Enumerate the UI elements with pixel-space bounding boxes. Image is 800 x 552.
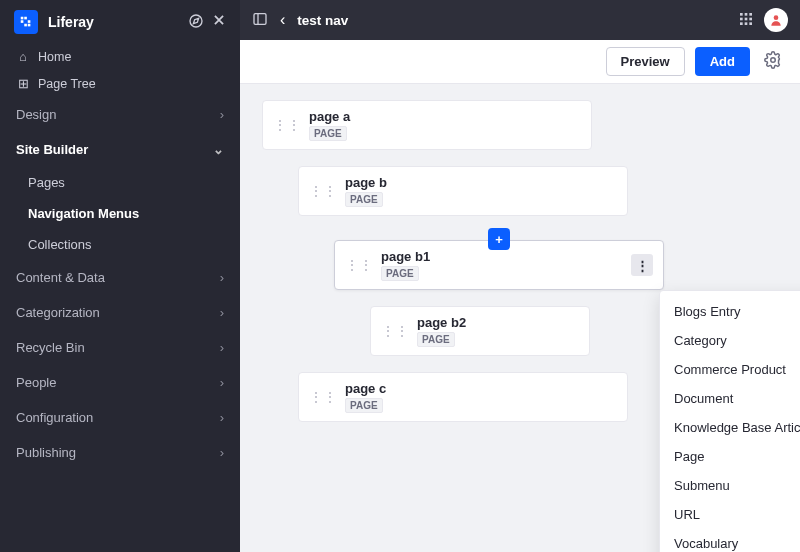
chevron-right-icon: › xyxy=(220,305,224,320)
node-type-badge: PAGE xyxy=(345,398,383,413)
section-label: Configuration xyxy=(16,410,93,425)
svg-rect-2 xyxy=(21,20,24,23)
type-option-knowledge-base-article[interactable]: Knowledge Base Article xyxy=(660,413,800,442)
sidebar-section-people[interactable]: People › xyxy=(0,365,240,400)
tree-icon: ⊞ xyxy=(16,76,30,91)
sidebar-item-collections[interactable]: Collections xyxy=(0,229,240,260)
sidebar-item-page-tree[interactable]: ⊞ Page Tree xyxy=(0,70,240,97)
sidebar-item-navigation-menus[interactable]: Navigation Menus xyxy=(0,198,240,229)
svg-rect-11 xyxy=(740,17,743,20)
chevron-right-icon: › xyxy=(220,410,224,425)
sidebar-section-recycle-bin[interactable]: Recycle Bin › xyxy=(0,330,240,365)
close-icon[interactable] xyxy=(212,13,226,32)
svg-rect-0 xyxy=(21,17,24,20)
section-label: Recycle Bin xyxy=(16,340,85,355)
section-label: Site Builder xyxy=(16,142,88,157)
sidebar-item-pages[interactable]: Pages xyxy=(0,167,240,198)
chevron-right-icon: › xyxy=(220,375,224,390)
chevron-right-icon: › xyxy=(220,340,224,355)
node-type-badge: PAGE xyxy=(417,332,455,347)
drag-handle-icon[interactable]: ⋮⋮ xyxy=(345,258,373,272)
toolbar: Preview Add xyxy=(240,40,800,84)
sidebar-section-configuration[interactable]: Configuration › xyxy=(0,400,240,435)
brand: Liferay xyxy=(0,0,240,44)
type-option-blogs-entry[interactable]: Blogs Entry xyxy=(660,297,800,326)
drag-handle-icon[interactable]: ⋮⋮ xyxy=(309,184,337,198)
node-title: page a xyxy=(309,109,581,124)
panel-toggle-icon[interactable] xyxy=(252,11,268,30)
type-option-submenu[interactable]: Submenu xyxy=(660,471,800,500)
node-actions-button[interactable]: ⋮ xyxy=(631,254,653,276)
svg-rect-3 xyxy=(28,20,31,23)
svg-rect-5 xyxy=(28,24,31,27)
apps-grid-icon[interactable] xyxy=(738,11,754,30)
nav-node-page-b1[interactable]: + ⋮⋮ page b1 PAGE ⋮ xyxy=(334,240,664,290)
svg-rect-1 xyxy=(24,17,27,20)
svg-rect-15 xyxy=(745,22,748,25)
chevron-down-icon: ⌄ xyxy=(213,142,224,157)
add-child-type-menu: Blogs Entry Category Commerce Product Do… xyxy=(659,290,800,552)
home-icon: ⌂ xyxy=(16,50,30,64)
nav-node-page-b2[interactable]: ⋮⋮ page b2 PAGE xyxy=(370,306,590,356)
nav-node-page-a[interactable]: ⋮⋮ page a PAGE xyxy=(262,100,592,150)
section-label: People xyxy=(16,375,56,390)
drag-handle-icon[interactable]: ⋮⋮ xyxy=(381,324,409,338)
svg-rect-9 xyxy=(745,13,748,16)
node-title: page b2 xyxy=(417,315,579,330)
section-label: Design xyxy=(16,107,56,122)
drag-handle-icon[interactable]: ⋮⋮ xyxy=(273,118,301,132)
topbar: ‹ test nav xyxy=(240,0,800,40)
svg-rect-7 xyxy=(254,13,266,24)
sidebar-item-label: Pages xyxy=(28,175,65,190)
node-type-badge: PAGE xyxy=(309,126,347,141)
node-title: page b xyxy=(345,175,617,190)
add-above-button[interactable]: + xyxy=(488,228,510,250)
type-option-page[interactable]: Page xyxy=(660,442,800,471)
sidebar-item-label: Home xyxy=(38,50,71,64)
section-label: Categorization xyxy=(16,305,100,320)
sidebar-item-home[interactable]: ⌂ Home xyxy=(0,44,240,70)
add-button[interactable]: Add xyxy=(695,47,750,76)
node-title: page c xyxy=(345,381,617,396)
sidebar-item-label: Page Tree xyxy=(38,77,96,91)
nav-node-page-b[interactable]: ⋮⋮ page b PAGE xyxy=(298,166,628,216)
type-option-vocabulary[interactable]: Vocabulary xyxy=(660,529,800,552)
svg-rect-12 xyxy=(745,17,748,20)
type-option-commerce-product[interactable]: Commerce Product xyxy=(660,355,800,384)
svg-rect-13 xyxy=(749,17,752,20)
main: ‹ test nav Preview Add ⋮⋮ xyxy=(240,0,800,552)
chevron-right-icon: › xyxy=(220,270,224,285)
sidebar-item-label: Navigation Menus xyxy=(28,206,139,221)
svg-rect-16 xyxy=(749,22,752,25)
user-avatar[interactable] xyxy=(764,8,788,32)
nav-node-page-c[interactable]: ⋮⋮ page c PAGE xyxy=(298,372,628,422)
node-title: page b1 xyxy=(381,249,623,264)
section-label: Content & Data xyxy=(16,270,105,285)
drag-handle-icon[interactable]: ⋮⋮ xyxy=(309,390,337,404)
sidebar-section-categorization[interactable]: Categorization › xyxy=(0,295,240,330)
type-option-url[interactable]: URL xyxy=(660,500,800,529)
svg-point-18 xyxy=(771,58,776,63)
type-option-document[interactable]: Document xyxy=(660,384,800,413)
svg-rect-8 xyxy=(740,13,743,16)
svg-rect-14 xyxy=(740,22,743,25)
section-label: Publishing xyxy=(16,445,76,460)
liferay-logo-icon xyxy=(14,10,38,34)
brand-name: Liferay xyxy=(48,14,94,30)
sidebar-section-design[interactable]: Design › xyxy=(0,97,240,132)
back-icon[interactable]: ‹ xyxy=(280,11,285,29)
node-type-badge: PAGE xyxy=(345,192,383,207)
type-option-category[interactable]: Category xyxy=(660,326,800,355)
sidebar: Liferay ⌂ Home ⊞ Page Tree Design › Site… xyxy=(0,0,240,552)
compass-icon[interactable] xyxy=(188,13,204,32)
node-type-badge: PAGE xyxy=(381,266,419,281)
sidebar-section-content-data[interactable]: Content & Data › xyxy=(0,260,240,295)
sidebar-section-publishing[interactable]: Publishing › xyxy=(0,435,240,470)
chevron-right-icon: › xyxy=(220,107,224,122)
page-title: test nav xyxy=(297,13,348,28)
sidebar-section-site-builder[interactable]: Site Builder ⌄ xyxy=(0,132,240,167)
svg-rect-10 xyxy=(749,13,752,16)
gear-icon[interactable] xyxy=(760,47,786,76)
preview-button[interactable]: Preview xyxy=(606,47,685,76)
svg-rect-4 xyxy=(24,24,27,27)
